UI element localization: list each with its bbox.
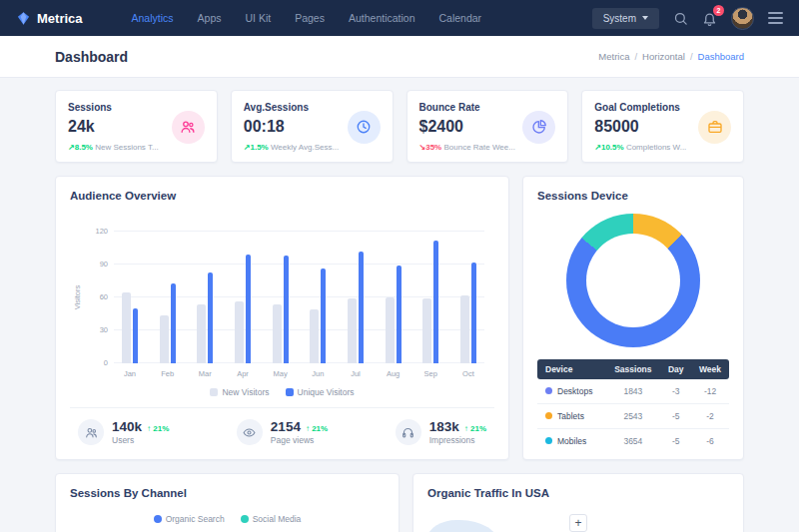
breadcrumb-separator: / xyxy=(690,51,693,62)
navbar-actions: System 2 xyxy=(592,7,783,30)
search-icon[interactable] xyxy=(673,11,688,26)
x-tick-label: Apr xyxy=(237,369,249,378)
bar-new-visitors xyxy=(460,295,469,363)
x-tick-label: Sep xyxy=(424,369,437,378)
legend-item-social-media[interactable]: Social Media xyxy=(241,514,302,524)
audience-overview-card: Audience Overview Visitors0306090120JanF… xyxy=(55,176,509,460)
legend-item-organic-search[interactable]: Organic Search xyxy=(154,514,225,524)
audience-stat-label: Page views xyxy=(271,435,328,445)
stat-card-title: Bounce Rate xyxy=(419,102,515,113)
device-table-header-sassions: Sassions xyxy=(605,359,660,379)
stat-card-value: $2400 xyxy=(419,118,515,136)
breadcrumb-item-dashboard: Dashboard xyxy=(698,51,744,62)
bar-group-aug: Aug xyxy=(386,232,401,363)
nav-item-ui-kit[interactable]: UI Kit xyxy=(234,6,282,30)
trend-text: Weekly Avg.Sess... xyxy=(271,143,339,152)
legend-item-unique-visitors[interactable]: Unique Visitors xyxy=(286,387,355,397)
device-dot xyxy=(545,387,552,394)
audience-stat-value: 2154 xyxy=(271,419,301,434)
bar-new-visitors xyxy=(386,297,395,363)
eye-icon xyxy=(237,419,263,445)
y-axis-title: Visitors xyxy=(73,276,82,318)
y-tick-label: 60 xyxy=(88,292,108,301)
map-zoom-in-button[interactable]: + xyxy=(569,514,587,532)
x-tick-label: Jul xyxy=(351,369,361,378)
day-cell: -5 xyxy=(660,429,691,454)
system-dropdown-label: System xyxy=(603,13,636,24)
system-dropdown[interactable]: System xyxy=(592,8,659,29)
trend-percent: ↗8.5% xyxy=(68,143,93,152)
stat-card-title: Avg.Sessions xyxy=(244,102,339,113)
users-icon xyxy=(172,111,205,144)
brand[interactable]: Metrica xyxy=(16,11,83,26)
audience-bar-chart: Visitors0306090120JanFebMarAprMayJunJulA… xyxy=(114,232,484,363)
sessions-by-channel-card: Sessions By Channel Organic SearchSocial… xyxy=(55,473,400,532)
stat-card-text: Sessions 24k ↗8.5% New Sessions T... xyxy=(68,102,159,152)
donut-hole xyxy=(586,234,680,327)
bar-new-visitors xyxy=(310,309,319,363)
page-title: Dashboard xyxy=(55,49,128,65)
bar-group-mar: Mar xyxy=(197,232,213,363)
sessions-device-card: Sessions Device DeviceSassionsDayWeekDes… xyxy=(522,176,744,460)
usa-map-shape xyxy=(427,520,499,532)
main-row: Audience Overview Visitors0306090120JanF… xyxy=(55,176,744,460)
nav-item-analytics[interactable]: Analytics xyxy=(121,6,185,30)
bar-new-visitors xyxy=(348,298,357,363)
briefcase-icon xyxy=(698,111,731,144)
bar-unique-visitors xyxy=(397,266,401,363)
nav-item-calendar[interactable]: Calendar xyxy=(428,6,493,30)
nav-item-apps[interactable]: Apps xyxy=(187,6,233,30)
stat-card-text: Goal Completions 85000 ↗10.5% Completion… xyxy=(594,102,686,152)
chevron-down-icon xyxy=(642,16,648,20)
bottom-row: Sessions By Channel Organic SearchSocial… xyxy=(55,473,744,532)
stat-card-goal-completions: Goal Completions 85000 ↗10.5% Completion… xyxy=(581,90,744,163)
chart-legend: New VisitorsUnique Visitors xyxy=(70,387,494,397)
stat-card-trend: ↗10.5% Completions W... xyxy=(594,143,686,152)
stat-card-title: Sessions xyxy=(68,102,159,113)
device-table-row-tablets: Tablets2543-5-2 xyxy=(537,404,729,429)
user-avatar[interactable] xyxy=(731,7,754,30)
device-table-header-week: Week xyxy=(691,359,729,379)
stat-card-text: Avg.Sessions 00:18 ↗1.5% Weekly Avg.Sess… xyxy=(244,102,339,152)
sessions-cell: 1843 xyxy=(605,379,660,404)
x-tick-label: Oct xyxy=(462,369,474,378)
breadcrumb-item-horizontal[interactable]: Horizontal xyxy=(642,51,685,62)
nav-item-pages[interactable]: Pages xyxy=(284,6,336,30)
top-navbar: Metrica AnalyticsAppsUI KitPagesAuthenti… xyxy=(0,0,799,36)
trend-text: Completions W... xyxy=(626,143,686,152)
device-table: DeviceSassionsDayWeekDesktops1843-3-12Ta… xyxy=(537,359,729,453)
y-tick-label: 120 xyxy=(88,227,108,236)
notifications-bell-icon[interactable]: 2 xyxy=(702,11,717,26)
audience-stat-percent: ↑ 21% xyxy=(147,424,169,433)
sessions-cell: 2543 xyxy=(605,404,660,429)
audience-stat-percent: ↑ 21% xyxy=(306,424,328,433)
legend-item-new-visitors[interactable]: New Visitors xyxy=(210,387,269,397)
sessions-by-channel-title: Sessions By Channel xyxy=(70,487,385,499)
device-cell: Mobiles xyxy=(537,429,605,454)
audience-stat-label: Users xyxy=(112,435,169,445)
week-cell: -12 xyxy=(691,379,729,404)
hamburger-menu-icon[interactable] xyxy=(768,12,783,24)
bar-group-jan: Jan xyxy=(122,232,138,363)
device-dot xyxy=(545,437,552,444)
bar-unique-visitors xyxy=(471,263,476,363)
sessions-device-donut-chart xyxy=(566,214,700,347)
week-cell: -6 xyxy=(691,429,729,454)
bar-new-visitors xyxy=(197,304,206,363)
x-tick-label: May xyxy=(274,369,288,378)
bar-unique-visitors xyxy=(359,252,364,363)
nav-item-authentication[interactable]: Authentication xyxy=(338,6,426,30)
notification-badge: 2 xyxy=(713,5,724,16)
device-table-header-row: DeviceSassionsDayWeek xyxy=(537,359,729,379)
app-window: Metrica AnalyticsAppsUI KitPagesAuthenti… xyxy=(0,0,799,532)
breadcrumb: Metrica/Horizontal/Dashboard xyxy=(598,51,744,62)
breadcrumb-item-metrica[interactable]: Metrica xyxy=(598,51,629,62)
bar-new-visitors xyxy=(273,304,282,363)
audience-stat-value: 183k xyxy=(429,419,459,434)
channel-legend: Organic SearchSocial Media xyxy=(70,514,385,524)
y-tick-label: 90 xyxy=(88,260,108,268)
trend-text: New Sessions T... xyxy=(95,143,158,152)
device-table-header-device: Device xyxy=(537,359,605,379)
bar-group-jul: Jul xyxy=(348,232,364,363)
trend-percent: ↗10.5% xyxy=(594,143,623,152)
